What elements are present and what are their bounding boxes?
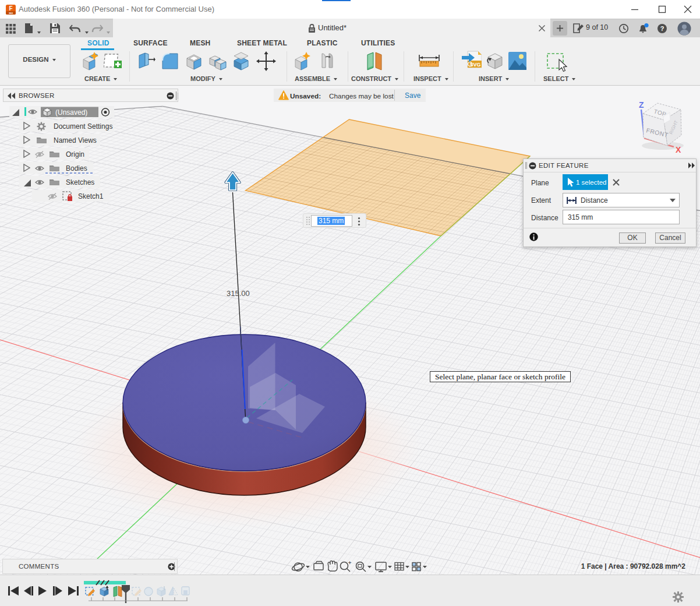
svg-text:F: F: [9, 5, 12, 12]
svg-text:+: +: [348, 560, 351, 566]
svg-text:360: 360: [9, 12, 13, 15]
svg-text:X: X: [676, 145, 681, 154]
svg-text:?: ?: [660, 25, 664, 32]
svg-text:315.00: 315.00: [227, 289, 250, 298]
svg-text:Z: Z: [639, 100, 644, 110]
